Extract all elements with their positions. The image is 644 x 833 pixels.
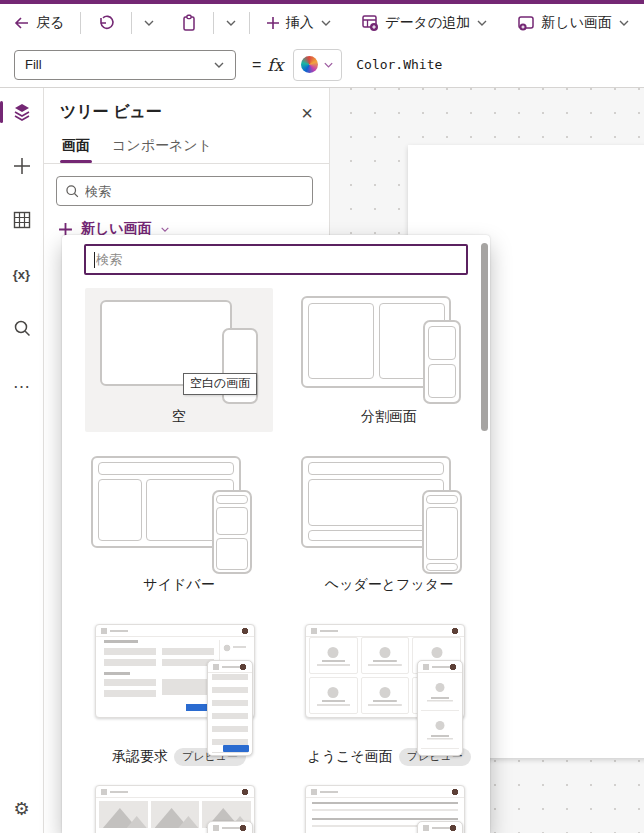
rail-insert-button[interactable] (6, 152, 38, 180)
insert-button[interactable]: 挿入 (260, 10, 338, 36)
app-header-mock (306, 625, 464, 637)
rail-search-button[interactable] (6, 314, 38, 342)
panel-mock (308, 303, 374, 379)
card-mock (309, 677, 358, 714)
formula-input[interactable]: Color.White (356, 57, 442, 72)
panel-mock (216, 538, 248, 570)
header-mock (426, 495, 458, 504)
property-selector[interactable]: Fill (14, 50, 236, 80)
undo-icon (97, 14, 115, 32)
close-icon[interactable]: × (301, 105, 313, 121)
rail-more-button[interactable]: … (6, 368, 38, 396)
header-footer-thumbnail (295, 450, 483, 574)
rail-data-button[interactable] (6, 206, 38, 234)
footer-mock (426, 563, 458, 571)
template-split-screen[interactable]: 分割画面 (295, 288, 483, 432)
toolbar-divider (131, 12, 132, 34)
search-icon (65, 184, 79, 198)
phone-mock (422, 490, 462, 574)
app-header-mock (208, 661, 252, 673)
tab-components[interactable]: コンポーネント (110, 133, 214, 163)
template-sidebar[interactable]: サイドバー (85, 450, 273, 600)
form-mock (212, 674, 248, 753)
new-screen-chevron-icon (618, 19, 630, 27)
split-thumbnail (295, 288, 483, 406)
app-header-mock (96, 786, 254, 798)
rail-variables-button[interactable]: {x} (6, 260, 38, 288)
app-header-mock (418, 661, 462, 673)
template-header-footer[interactable]: ヘッダーとフッター (295, 450, 483, 600)
template-search-input[interactable] (96, 252, 458, 267)
template-welcome-screen[interactable]: ようこそ画面 プレビュー (295, 618, 483, 776)
undo-button[interactable] (91, 10, 121, 36)
sidebar-thumbnail (85, 450, 273, 574)
card-mock (421, 675, 459, 711)
formula-bar: Fill = fx Color.White (0, 42, 644, 88)
template-blank[interactable]: 空白の画面 空 (85, 288, 273, 432)
new-screen-flyout: 空白の画面 空 分割画面 (62, 235, 490, 833)
copilot-button[interactable] (293, 49, 342, 81)
chevron-down-icon (160, 226, 170, 233)
undo-menu-chevron[interactable] (141, 15, 157, 31)
main-panel-mock (426, 507, 458, 560)
app-header-mock (418, 822, 462, 833)
phone-screenshot-mock (207, 821, 253, 833)
panel-title: ツリー ビュー (60, 102, 162, 123)
approval-thumbnail (85, 618, 273, 746)
fx-symbol: fx (267, 55, 283, 75)
tree-search-box[interactable] (56, 176, 313, 206)
template-label: 承認要求 (112, 748, 168, 766)
app-header-mock (96, 625, 254, 637)
table-icon (13, 211, 31, 229)
submit-button-mock (223, 745, 249, 752)
copilot-icon (301, 56, 318, 73)
phone-mock (212, 490, 252, 574)
header-mock (308, 462, 444, 475)
card-mock (421, 713, 459, 749)
phone-screenshot-mock (207, 660, 253, 756)
layers-icon (12, 102, 32, 122)
form-thumbnail (295, 785, 483, 833)
side-panel-mock (98, 479, 142, 541)
gear-icon: ⚙ (13, 800, 29, 818)
new-screen-button[interactable]: 新しい画面 (511, 10, 636, 36)
template-label: ようこそ画面 (307, 748, 392, 766)
header-mock (216, 495, 248, 504)
card-mock (309, 637, 358, 674)
template-approval-request[interactable]: 承認要求 プレビュー (85, 618, 273, 776)
add-data-chevron-icon (476, 19, 488, 27)
add-data-label: データの追加 (385, 14, 470, 32)
paste-button[interactable] (175, 10, 203, 36)
back-button[interactable]: 戻る (8, 10, 70, 36)
plus-icon (266, 16, 280, 30)
add-data-button[interactable]: データの追加 (355, 10, 494, 36)
panel-mock (428, 364, 456, 398)
welcome-thumbnail (295, 618, 483, 746)
toolbar-divider (80, 12, 81, 34)
equals-sign: = (252, 56, 261, 74)
template-search-box[interactable] (84, 244, 468, 275)
tab-screens[interactable]: 画面 (60, 133, 92, 163)
tree-search-input[interactable] (85, 184, 304, 199)
left-rail: {x} … ⚙ (0, 88, 44, 833)
template-label: 分割画面 (295, 408, 483, 426)
more-icon: … (13, 373, 31, 391)
toolbar-divider (213, 12, 214, 34)
tooltip: 空白の画面 (183, 373, 257, 395)
rail-settings-button[interactable]: ⚙ (6, 795, 38, 823)
copilot-chevron-icon (323, 61, 334, 69)
template-label: ヘッダーとフッター (295, 576, 483, 594)
variables-icon: {x} (13, 267, 30, 282)
template-form[interactable] (295, 785, 483, 833)
image-placeholder-mock (151, 801, 200, 828)
back-arrow-icon (14, 16, 30, 30)
template-gallery[interactable] (85, 785, 273, 833)
card-mock (361, 677, 410, 714)
property-selected: Fill (25, 57, 42, 72)
rail-tree-view-button[interactable] (6, 98, 38, 126)
table-add-icon (361, 14, 379, 32)
image-placeholder-mock (99, 801, 148, 828)
toolbar-divider (249, 12, 250, 34)
template-label: サイドバー (85, 576, 273, 594)
paste-menu-chevron[interactable] (223, 15, 239, 31)
